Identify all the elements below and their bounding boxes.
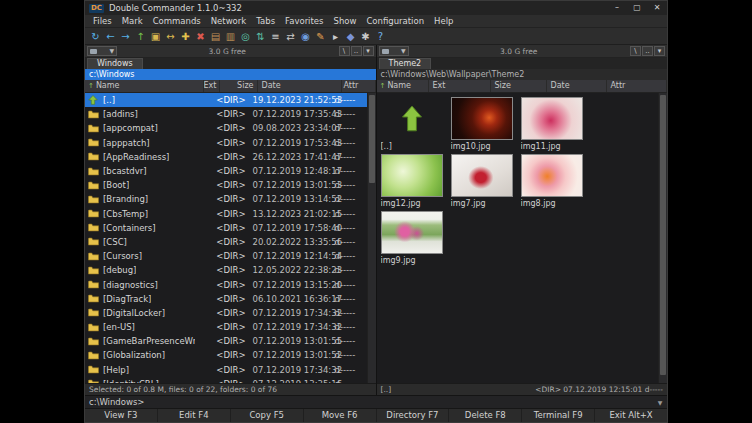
copy-icon[interactable]: ▣ (149, 30, 162, 43)
menu-item-show[interactable]: Show (328, 15, 361, 27)
thumb-item[interactable]: img11.jpg (521, 97, 588, 151)
go-back-icon[interactable]: ← (104, 30, 117, 43)
desktop-background: DC Double Commander 1.1.0~332 –▢✕ FilesM… (0, 0, 752, 423)
thumb-item[interactable]: img9.jpg (381, 211, 448, 265)
menu-item-commands[interactable]: Commands (148, 15, 206, 27)
file-row[interactable]: [Help]<DIR>07.12.2019 17:34:32d----- (85, 363, 367, 377)
refresh-icon[interactable]: ↻ (89, 30, 102, 43)
thumb-item[interactable]: [..] (381, 97, 448, 151)
column-header-attr[interactable]: Attr (607, 80, 668, 92)
fkey-f9-button[interactable]: Terminal F9 (521, 409, 594, 422)
thumb-item[interactable]: img8.jpg (521, 154, 588, 208)
file-row[interactable]: [Globalization]<DIR>07.12.2019 13:01:52d… (85, 348, 367, 362)
file-row[interactable]: [CSC]<DIR>20.02.2022 13:35:56d----- (85, 235, 367, 249)
file-name: [DiagTrack] (103, 294, 151, 304)
history-dropdown-button[interactable]: ▾ (654, 46, 665, 56)
search-icon[interactable]: ◎ (239, 30, 252, 43)
fkey-f7-button[interactable]: Directory F7 (376, 409, 449, 422)
file-row[interactable]: [apppatch]<DIR>07.12.2019 17:53:43d----- (85, 136, 367, 150)
compare-icon[interactable]: ⇄ (284, 30, 297, 43)
file-row[interactable]: [CbsTemp]<DIR>13.12.2023 21:02:15d----- (85, 207, 367, 221)
file-row[interactable]: [bcastdvr]<DIR>07.12.2019 12:48:17d----- (85, 164, 367, 178)
scrollbar-thumb[interactable] (660, 95, 666, 375)
left-scrollbar[interactable] (367, 93, 376, 383)
new-folder-icon[interactable]: ✚ (179, 30, 192, 43)
minimize-button[interactable]: – (607, 1, 627, 15)
column-header-ext[interactable]: Ext (204, 80, 220, 92)
file-row[interactable]: [debug]<DIR>12.05.2022 22:38:23d----- (85, 263, 367, 277)
file-row[interactable]: [Boot]<DIR>07.12.2019 13:01:53d----- (85, 178, 367, 192)
fkey-f8-button[interactable]: Delete F8 (448, 409, 521, 422)
file-size: <DIR> (211, 265, 249, 275)
go-forward-icon[interactable]: → (119, 30, 132, 43)
parent-dir-button[interactable]: .. (642, 46, 653, 56)
fkey-f4-button[interactable]: Edit F4 (157, 409, 230, 422)
fkey-alt-x-button[interactable]: Exit Alt+X (594, 409, 667, 422)
file-row[interactable]: [Cursors]<DIR>07.12.2019 12:14:54d----- (85, 249, 367, 263)
drive-selector[interactable]: ▼ (379, 46, 409, 56)
menu-item-mark[interactable]: Mark (117, 15, 148, 27)
command-input[interactable] (144, 397, 655, 407)
file-row[interactable]: [GameBarPresenceWriter]<DIR>07.12.2019 1… (85, 334, 367, 348)
close-button[interactable]: ✕ (647, 1, 667, 15)
thumb-item[interactable]: img10.jpg (451, 97, 518, 151)
view-icon[interactable]: ◉ (299, 30, 312, 43)
help-icon[interactable]: ? (374, 30, 387, 43)
column-header-ext[interactable]: Ext (429, 80, 491, 92)
right-scrollbar[interactable] (658, 93, 667, 383)
file-row[interactable]: [AppReadiness]<DIR>26.12.2023 17:41:47d-… (85, 150, 367, 164)
fkey-f6-button[interactable]: Move F6 (303, 409, 376, 422)
column-header-name[interactable]: ↑Name (377, 80, 429, 92)
column-header-attr[interactable]: Attr (342, 80, 376, 92)
root-dir-button[interactable]: \ (630, 46, 641, 56)
column-header-date[interactable]: Date (258, 80, 342, 92)
menu-item-network[interactable]: Network (206, 15, 252, 27)
file-row[interactable]: [addins]<DIR>07.12.2019 17:35:43d----- (85, 107, 367, 121)
parent-dir-button[interactable]: .. (351, 46, 362, 56)
fkey-f3-button[interactable]: View F3 (85, 409, 157, 422)
column-header-size[interactable]: Size (220, 80, 258, 92)
sync-dirs-icon[interactable]: ⇅ (254, 30, 267, 43)
file-row[interactable]: [Branding]<DIR>07.12.2019 13:14:52d----- (85, 192, 367, 206)
tab-windows[interactable]: Windows (87, 58, 143, 69)
terminal-icon[interactable]: ▸ (329, 30, 342, 43)
drive-selector[interactable]: ▼ (87, 46, 117, 56)
move-icon[interactable]: ↔ (164, 30, 177, 43)
tab-theme2[interactable]: Theme2 (379, 58, 432, 69)
menu-item-tabs[interactable]: Tabs (251, 15, 280, 27)
file-row[interactable]: [appcompat]<DIR>09.08.2023 23:34:07d----… (85, 121, 367, 135)
multi-rename-icon[interactable]: ≡ (269, 30, 282, 43)
file-row[interactable]: [en-US]<DIR>07.12.2019 17:34:32d----- (85, 320, 367, 334)
network-icon[interactable]: ◆ (344, 30, 357, 43)
right-path-bar[interactable]: c:\Windows\Web\Wallpaper\Theme2 (377, 69, 668, 80)
column-header-date[interactable]: Date (547, 80, 607, 92)
scrollbar-thumb[interactable] (369, 95, 375, 183)
column-header-name[interactable]: ↑Name (85, 80, 204, 92)
menu-item-configuration[interactable]: Configuration (361, 15, 429, 27)
left-path-bar[interactable]: c:\Windows (85, 69, 376, 80)
file-row[interactable]: [Containers]<DIR>07.12.2019 17:58:40d---… (85, 221, 367, 235)
thumb-item[interactable]: img7.jpg (451, 154, 518, 208)
pack-icon[interactable]: ▤ (209, 30, 222, 43)
unpack-icon[interactable]: ▥ (224, 30, 237, 43)
file-row[interactable]: [DiagTrack]<DIR>06.10.2021 16:36:17d----… (85, 292, 367, 306)
maximize-button[interactable]: ▢ (627, 1, 647, 15)
settings-icon[interactable]: ✱ (359, 30, 372, 43)
column-header-size[interactable]: Size (491, 80, 547, 92)
file-row[interactable]: [..]<DIR>19.12.2023 21:52:53d----- (85, 93, 367, 107)
menu-item-help[interactable]: Help (429, 15, 458, 27)
menu-item-files[interactable]: Files (88, 15, 117, 27)
chevron-down-icon[interactable]: ▼ (655, 399, 665, 406)
menu-item-favorites[interactable]: Favorites (280, 15, 328, 27)
go-up-icon[interactable]: ↑ (134, 30, 147, 43)
file-row[interactable]: [diagnostics]<DIR>07.12.2019 13:15:20d--… (85, 277, 367, 291)
thumb-item[interactable]: img12.jpg (381, 154, 448, 208)
fkey-f5-button[interactable]: Copy F5 (230, 409, 303, 422)
history-dropdown-button[interactable]: ▾ (363, 46, 374, 56)
title-bar[interactable]: DC Double Commander 1.1.0~332 –▢✕ (85, 1, 667, 15)
menu-bar: FilesMarkCommandsNetworkTabsFavoritesSho… (85, 15, 667, 28)
root-dir-button[interactable]: \ (339, 46, 350, 56)
delete-icon[interactable]: ✖ (194, 30, 207, 43)
file-row[interactable]: [DigitalLocker]<DIR>07.12.2019 17:34:32d… (85, 306, 367, 320)
edit-icon[interactable]: ✎ (314, 30, 327, 43)
